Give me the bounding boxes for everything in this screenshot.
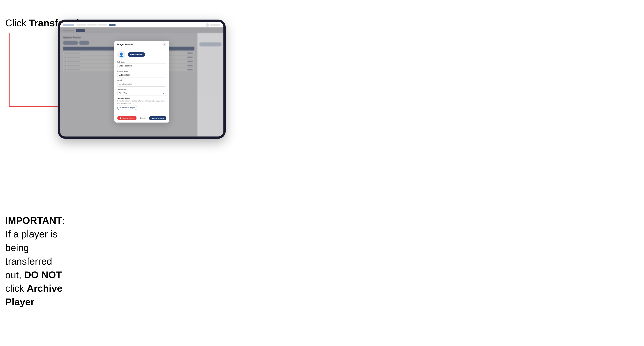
display-name-group: Display Name <box>117 70 166 77</box>
school-year-group: School Year First Year Second Year Third… <box>117 88 166 96</box>
tablet-screen: Update Roster <box>60 22 224 137</box>
email-label: Email <box>117 79 166 81</box>
modal-title: Player Details <box>117 43 133 46</box>
nav-logo <box>63 24 74 26</box>
cancel-button[interactable]: Cancel <box>138 116 147 120</box>
full-name-group: Full Name <box>117 61 166 68</box>
nav-items <box>76 24 204 26</box>
nav-item-active[interactable] <box>109 24 116 26</box>
player-details-modal: Player Details × 👤 Upload Photo <box>114 41 169 123</box>
upload-photo-button[interactable]: Upload Photo <box>128 52 145 57</box>
nav-right <box>206 23 220 27</box>
school-year-label: School Year <box>117 88 166 90</box>
archive-btn-label: Archive Player <box>122 117 134 119</box>
avatar: 👤 <box>117 50 126 59</box>
important-label: IMPORTANT <box>5 215 62 226</box>
email-group: Email <box>117 79 166 87</box>
close-button[interactable]: × <box>163 43 166 46</box>
save-changes-button[interactable]: Save Changes <box>149 116 166 120</box>
nav-item-1[interactable] <box>76 24 86 25</box>
email-input[interactable] <box>117 82 166 87</box>
nav-avatar <box>206 23 209 27</box>
full-name-label: Full Name <box>117 61 166 63</box>
do-not-rest: click <box>5 283 27 294</box>
right-panel <box>197 33 224 137</box>
transfer-btn-label: Transfer Player <box>122 107 135 109</box>
tablet-device: Update Roster <box>58 19 226 139</box>
photo-section: 👤 Upload Photo <box>117 50 166 59</box>
modal-header: Player Details × <box>114 41 169 48</box>
right-btn-1 <box>199 42 222 46</box>
display-name-label: Display Name <box>117 70 166 72</box>
modal-footer: ⬇ Archive Player Cancel Save Changes <box>114 114 169 123</box>
full-name-input[interactable] <box>117 63 166 68</box>
transfer-icon: ↻ <box>120 107 121 109</box>
modal-body: 👤 Upload Photo Full Name Display Name <box>114 48 169 114</box>
nav-item-3[interactable] <box>98 24 108 25</box>
instruction-bottom: IMPORTANT: If a player is being transfer… <box>5 214 65 309</box>
display-name-input[interactable] <box>117 73 166 77</box>
do-not-label: DO NOT <box>24 269 62 280</box>
instruction-click-text: Click <box>5 17 29 28</box>
person-icon: 👤 <box>119 52 124 57</box>
nav-btn[interactable] <box>210 24 220 26</box>
transfer-section: Transfer Player If this player has moved… <box>117 97 166 110</box>
transfer-player-button[interactable]: ↻ Transfer Player <box>117 106 138 110</box>
nav-item-2[interactable] <box>87 24 96 25</box>
transfer-description: If this player has moved to another scho… <box>117 100 166 104</box>
content-area: Update Roster <box>60 33 224 137</box>
transfer-section-label: Transfer Player <box>117 97 166 99</box>
school-year-select[interactable]: First Year Second Year Third Year Fourth… <box>117 91 166 96</box>
archive-icon: ⬇ <box>120 117 121 119</box>
archive-player-button[interactable]: ⬇ Archive Player <box>117 116 136 120</box>
